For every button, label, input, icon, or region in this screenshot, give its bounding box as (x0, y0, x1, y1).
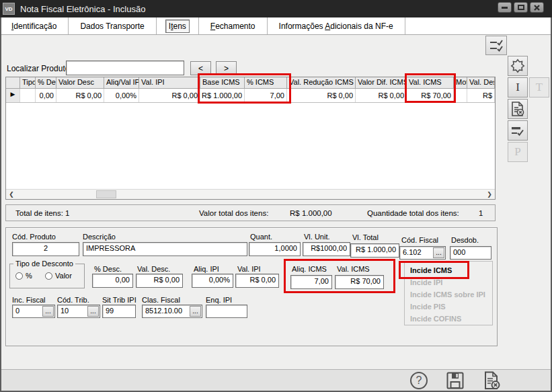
cod-fiscal-value[interactable]: 6.102 (400, 247, 432, 259)
grid-data-row[interactable]: ▶ 0,00 R$ 0,00 0,00% R$ 0,00 R$ 1.000,00… (6, 89, 495, 103)
grid-horizontal-scrollbar[interactable]: ❮ ❯ (6, 189, 495, 199)
grid-col-val-ipi[interactable]: Val. IPI (139, 77, 200, 89)
incide-pis-item: Incide PIS (410, 301, 492, 313)
val-icms-field[interactable]: R$ 70,00 (335, 275, 384, 289)
grid-col-base-icms[interactable]: Base ICMS (200, 77, 245, 89)
save-button[interactable] (446, 371, 465, 392)
perc-desc-field[interactable]: 0,00 (92, 274, 133, 288)
close-button[interactable] (530, 2, 544, 13)
vl-total-field[interactable]: R$ 1.000,00 (350, 243, 399, 258)
cell-mot[interactable] (454, 89, 467, 102)
vl-total-label: Vl. Total (352, 233, 379, 241)
radio-percent-icon[interactable] (15, 272, 23, 280)
val-icms-label: Val. ICMS (337, 265, 370, 273)
grid-col-val-des[interactable]: Val. Des (467, 77, 495, 89)
grid-col-perc-icms[interactable]: % ICMS (245, 77, 287, 89)
incide-list: Incide ICMS Incide IPI Incide ICMS sobre… (404, 261, 493, 325)
cod-fiscal-browse-button[interactable]: ... (433, 247, 444, 258)
document-cancel-icon (510, 101, 526, 117)
desdob-field[interactable]: 000 (450, 246, 491, 260)
cell-tipo[interactable] (20, 89, 36, 102)
aliq-icms-field[interactable]: 7,00 (290, 275, 332, 289)
val-ipi-label: Val. IPI (237, 265, 261, 273)
cell-val-reducao-icms[interactable]: R$ 0,00 (287, 89, 356, 102)
lines-check-icon (488, 38, 504, 53)
cell-perc-icms[interactable]: 7,00 (245, 89, 287, 102)
cod-produto-label: Cód. Produto (12, 233, 56, 241)
val-ipi-field[interactable]: R$ 0,00 (235, 274, 279, 288)
cell-base-icms[interactable]: R$ 1.000,00 (200, 89, 245, 102)
grid-col-val-icms[interactable]: Val. ICMS (407, 77, 454, 89)
cell-val-ipi[interactable]: R$ 0,00 (139, 89, 200, 102)
incide-icms-item[interactable]: Incide ICMS (410, 264, 492, 276)
grid-col-perc-desc[interactable]: % De (36, 77, 56, 89)
clas-fiscal-value[interactable]: 8512.10.00 (143, 305, 189, 317)
cell-perc-desc[interactable]: 0,00 (36, 89, 56, 102)
radio-percent[interactable]: % (15, 272, 32, 280)
cell-val-icms[interactable]: R$ 70,00 (407, 89, 454, 102)
scroll-left-icon[interactable]: ❮ (6, 190, 17, 199)
italic-button[interactable]: I (508, 77, 528, 97)
tab-informacoes-adicionais[interactable]: Informações Adicionais da NF-e (268, 17, 405, 34)
cod-produto-field[interactable]: 2 (12, 242, 79, 256)
grid-col-tipo[interactable]: Tipo (20, 77, 36, 89)
cod-trib-value[interactable]: 10 (58, 305, 87, 317)
quant-label: Quant. (250, 233, 272, 241)
clas-fiscal-browse-button[interactable]: ... (190, 306, 201, 317)
sit-trib-ipi-field[interactable]: 99 (102, 305, 136, 318)
vl-unit-field[interactable]: R$1000,00 (303, 242, 350, 256)
help-button[interactable]: ? (410, 372, 428, 389)
clas-fiscal-field[interactable]: 8512.10.00 ... (142, 305, 202, 318)
search-prev-button[interactable]: < (190, 61, 211, 75)
close-icon (533, 4, 541, 11)
inc-fiscal-browse-button[interactable]: ... (42, 306, 54, 317)
cod-trib-browse-button[interactable]: ... (87, 306, 99, 317)
maximize-button[interactable] (514, 2, 528, 13)
tab-identificacao[interactable]: Identificação (0, 17, 69, 34)
inc-fiscal-field[interactable]: 0 ... (12, 305, 55, 318)
confirm-item-button[interactable] (508, 120, 528, 141)
save-icon (446, 371, 465, 390)
tab-itens[interactable]: Itens (157, 17, 199, 34)
grid-col-val-reducao-icms[interactable]: Val. Redução ICMS (287, 77, 356, 89)
search-label: Localizar Produto (7, 64, 69, 73)
cancel-button[interactable] (481, 370, 502, 392)
cell-val-des[interactable]: R$ (467, 89, 495, 102)
cod-trib-field[interactable]: 10 ... (57, 305, 100, 318)
desdob-label: Desdob. (451, 236, 479, 244)
aliq-ipi-field[interactable]: 0,00% (192, 274, 233, 288)
star-button[interactable] (508, 56, 528, 76)
grid-col-aliq-val-ipi[interactable]: Aliq/Val IP (104, 77, 139, 89)
search-input[interactable] (66, 61, 184, 75)
search-next-button[interactable]: > (216, 61, 237, 75)
descricao-field[interactable]: IMPRESSORA (83, 242, 247, 256)
scroll-right-icon[interactable]: ❯ (484, 190, 495, 199)
enq-ipi-field[interactable] (206, 305, 247, 318)
inc-fiscal-value[interactable]: 0 (13, 305, 42, 317)
delete-item-button[interactable] (508, 99, 528, 119)
minimize-button[interactable] (498, 2, 512, 13)
grid-col-valor-desc[interactable]: Valor Desc (56, 77, 104, 89)
cell-valor-dif-icms[interactable]: R$ 0,00 (356, 89, 407, 102)
minimize-icon (502, 7, 508, 9)
incide-icms-sobre-ipi-item: Incide ICMS sobre IPI (410, 288, 492, 301)
nota-fiscal-window: VD Nota Fiscal Eletrônica - Inclusão Ide… (0, 0, 552, 392)
grid-col-valor-dif-icms[interactable]: Valor Dif. ICMS (356, 77, 407, 89)
inc-fiscal-label: Inc. Fiscal (12, 296, 46, 304)
items-grid: Tipo % De Valor Desc Aliq/Val IP Val. IP… (5, 77, 496, 200)
radio-valor[interactable]: Valor (45, 272, 72, 280)
tab-dados-transporte[interactable]: Dados Transporte (69, 17, 156, 34)
cod-fiscal-field[interactable]: 6.102 ... (399, 246, 446, 260)
tipo-desconto-groupbox: Tipo de Desconto % Valor (9, 264, 85, 288)
scrollbar-track[interactable] (17, 190, 484, 199)
cell-aliq-val-ipi[interactable]: 0,00% (104, 89, 139, 102)
radio-valor-icon[interactable] (45, 272, 52, 280)
scrollbar-thumb[interactable] (96, 190, 116, 198)
grid-col-mot[interactable]: Mot (454, 77, 467, 89)
check-all-items-button[interactable] (485, 36, 507, 55)
grid-empty-area (6, 103, 495, 189)
tab-fechamento[interactable]: Fechamento (199, 17, 268, 34)
quant-field[interactable]: 1,0000 (249, 242, 301, 256)
val-desc-field[interactable]: R$ 0,00 (136, 274, 183, 288)
cell-valor-desc[interactable]: R$ 0,00 (56, 89, 104, 102)
